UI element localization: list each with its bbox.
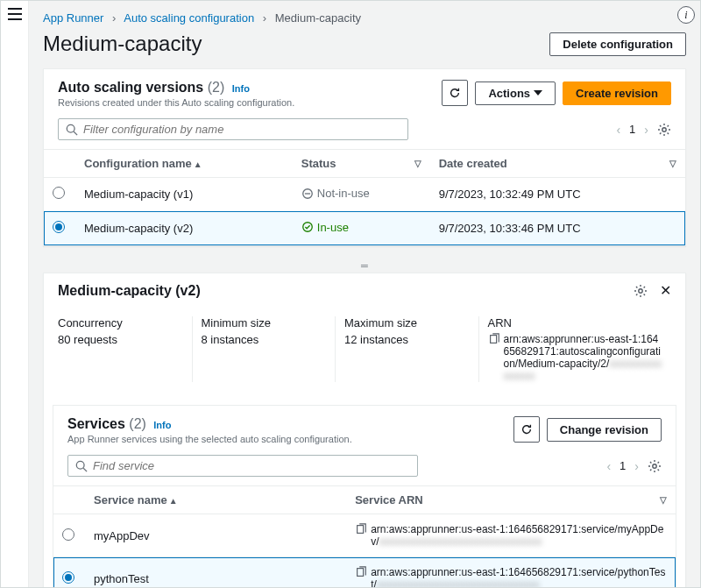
settings-icon[interactable] — [634, 284, 648, 298]
create-revision-button[interactable]: Create revision — [563, 81, 671, 105]
sort-asc-icon: ▲ — [194, 159, 202, 169]
svg-rect-7 — [490, 336, 496, 344]
copy-icon[interactable] — [355, 566, 367, 578]
detail-title: Medium-capacity (v2) — [58, 283, 201, 299]
svg-point-10 — [653, 464, 656, 467]
svg-line-9 — [83, 468, 87, 471]
col-status[interactable]: Status▽ — [293, 150, 430, 178]
table-row[interactable]: myAppDev arn:aws:apprunner:us-east-1:164… — [53, 514, 676, 557]
sort-dropdown-icon: ▽ — [414, 159, 421, 168]
svg-point-6 — [639, 288, 642, 292]
not-in-use-icon — [301, 188, 314, 200]
delete-configuration-button[interactable]: Delete configuration — [549, 32, 686, 56]
col-date[interactable]: Date created▽ — [430, 150, 685, 178]
svg-line-1 — [74, 131, 77, 135]
status-badge: Not-in-use — [301, 187, 370, 200]
svg-point-8 — [76, 461, 84, 469]
versions-table: Configuration name▲ Status▽ Date created… — [44, 149, 685, 245]
services-table: Service name▲ Service ARN▽ myAppDev arn:… — [53, 485, 676, 587]
min-size-value: 8 instances — [202, 333, 327, 346]
sort-dropdown-icon: ▽ — [669, 159, 676, 168]
status-badge: In-use — [301, 221, 349, 234]
row-radio[interactable] — [53, 221, 65, 233]
chevron-down-icon — [534, 90, 542, 96]
col-service-arn[interactable]: Service ARN▽ — [346, 486, 676, 514]
versions-filter-input[interactable] — [58, 118, 408, 140]
svg-rect-12 — [358, 569, 364, 577]
actions-dropdown[interactable]: Actions — [475, 81, 556, 105]
svg-point-2 — [662, 127, 666, 131]
next-page-button[interactable]: › — [644, 123, 648, 137]
settings-icon[interactable] — [648, 459, 662, 473]
row-radio[interactable] — [62, 571, 74, 584]
resize-handle[interactable]: ═ — [43, 259, 686, 273]
sort-asc-icon: ▲ — [169, 496, 178, 506]
prev-page-button[interactable]: ‹ — [616, 123, 620, 137]
refresh-icon — [520, 423, 533, 436]
services-subtitle: App Runner services using the selected a… — [67, 434, 352, 444]
versions-count: (2) — [208, 80, 225, 95]
arn-label: ARN — [488, 316, 663, 329]
refresh-button[interactable] — [442, 80, 468, 106]
svg-point-0 — [67, 124, 74, 132]
copy-icon[interactable] — [488, 333, 500, 345]
svg-rect-11 — [358, 526, 364, 534]
in-use-icon — [301, 221, 314, 233]
breadcrumb-link-autoscaling[interactable]: Auto scaling configuration — [124, 11, 254, 25]
versions-panel: Auto scaling versions (2) Info Revisions… — [43, 68, 686, 246]
search-icon — [75, 460, 88, 472]
prev-page-button[interactable]: ‹ — [606, 459, 611, 473]
table-row[interactable]: pythonTest arn:aws:apprunner:us-east-1:1… — [53, 557, 676, 588]
services-filter-input[interactable] — [67, 455, 418, 477]
settings-icon[interactable] — [657, 123, 671, 137]
versions-subtitle: Revisions created under this Auto scalin… — [58, 97, 294, 108]
sort-dropdown-icon: ▽ — [660, 495, 667, 505]
concurrency-value: 80 requests — [58, 333, 183, 346]
concurrency-label: Concurrency — [58, 316, 183, 329]
table-row[interactable]: Medium-capacity (v2) In-use 9/7/2023, 10… — [44, 211, 685, 245]
breadcrumb-link-apprunner[interactable]: App Runner — [43, 11, 103, 25]
nav-toggle-icon[interactable] — [8, 8, 22, 20]
refresh-icon — [449, 87, 461, 99]
max-size-label: Maximum size — [344, 316, 470, 329]
page-number: 1 — [629, 123, 635, 136]
services-info-link[interactable]: Info — [153, 420, 171, 430]
refresh-button[interactable] — [513, 416, 540, 443]
row-radio[interactable] — [53, 187, 65, 199]
service-arn-value: arn:aws:apprunner:us-east-1:164656829171… — [371, 523, 667, 548]
table-row[interactable]: Medium-capacity (v1) Not-in-use 9/7/2023… — [44, 178, 685, 212]
versions-title: Auto scaling versions — [58, 80, 203, 95]
services-count: (2) — [129, 416, 146, 431]
page-number: 1 — [620, 459, 626, 472]
min-size-label: Minimum size — [202, 316, 327, 329]
services-title: Services — [67, 416, 125, 431]
max-size-value: 12 instances — [344, 333, 470, 346]
detail-panel: Medium-capacity (v2) ✕ Concurrency 80 re… — [43, 273, 686, 587]
services-panel: Services (2) Info App Runner services us… — [53, 405, 676, 587]
breadcrumb-current: Medium-capacity — [275, 11, 361, 25]
page-title: Medium-capacity — [43, 32, 202, 56]
copy-icon[interactable] — [355, 523, 367, 535]
change-revision-button[interactable]: Change revision — [547, 418, 662, 442]
service-arn-value: arn:aws:apprunner:us-east-1:164656829171… — [371, 566, 667, 587]
info-icon[interactable]: i — [677, 6, 695, 24]
row-radio[interactable] — [62, 528, 74, 541]
close-icon[interactable]: ✕ — [660, 282, 671, 299]
search-icon — [66, 124, 78, 136]
next-page-button[interactable]: › — [634, 459, 639, 473]
breadcrumb: App Runner › Auto scaling configuration … — [43, 10, 686, 26]
versions-info-link[interactable]: Info — [232, 83, 250, 94]
arn-value: arn:aws:apprunner:us-east-1:164656829171… — [504, 333, 663, 382]
col-service-name[interactable]: Service name▲ — [85, 486, 346, 514]
col-config-name[interactable]: Configuration name▲ — [75, 150, 293, 178]
